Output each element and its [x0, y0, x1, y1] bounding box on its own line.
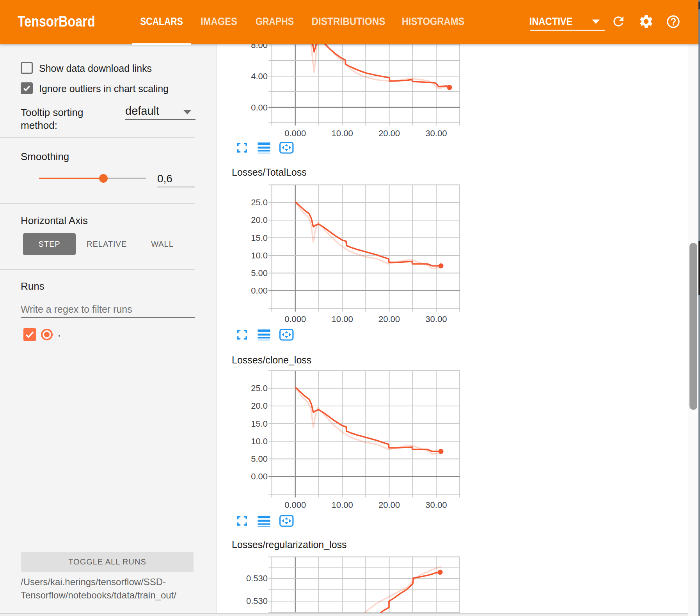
svg-text:15.0: 15.0	[251, 419, 268, 429]
svg-text:5.00: 5.00	[251, 454, 268, 464]
svg-text:Losses/clone_loss: Losses/clone_loss	[232, 354, 311, 365]
svg-text:30.00: 30.00	[425, 500, 447, 510]
svg-text:20.00: 20.00	[378, 314, 400, 324]
svg-text:25.0: 25.0	[251, 198, 268, 207]
svg-text:20.00: 20.00	[378, 500, 400, 510]
svg-text:5.00: 5.00	[251, 268, 268, 278]
svg-text:0.530: 0.530	[246, 596, 268, 606]
svg-text:10.0: 10.0	[251, 251, 268, 260]
svg-text:10.00: 10.00	[332, 500, 353, 510]
svg-text:10.00: 10.00	[332, 128, 353, 138]
svg-text:0.000: 0.000	[284, 500, 306, 510]
svg-text:30.00: 30.00	[425, 314, 447, 324]
svg-text:20.0: 20.0	[251, 401, 268, 411]
svg-text:15.0: 15.0	[251, 233, 268, 243]
svg-text:Losses/regularization_loss: Losses/regularization_loss	[232, 539, 347, 550]
svg-text:30.00: 30.00	[425, 128, 447, 138]
svg-text:20.00: 20.00	[378, 128, 400, 138]
svg-text:0.000: 0.000	[284, 314, 306, 324]
svg-text:20.0: 20.0	[251, 215, 268, 225]
svg-text:4.00: 4.00	[251, 71, 268, 81]
svg-text:10.00: 10.00	[332, 314, 353, 324]
svg-text:0.00: 0.00	[251, 103, 268, 112]
svg-text:10.0: 10.0	[251, 436, 268, 446]
svg-text:0.000: 0.000	[284, 128, 306, 138]
svg-text:25.0: 25.0	[251, 383, 268, 393]
svg-text:0.530: 0.530	[246, 573, 268, 583]
svg-text:Losses/TotalLoss: Losses/TotalLoss	[232, 167, 307, 178]
svg-text:0.00: 0.00	[251, 472, 268, 481]
svg-text:0.00: 0.00	[251, 286, 268, 296]
